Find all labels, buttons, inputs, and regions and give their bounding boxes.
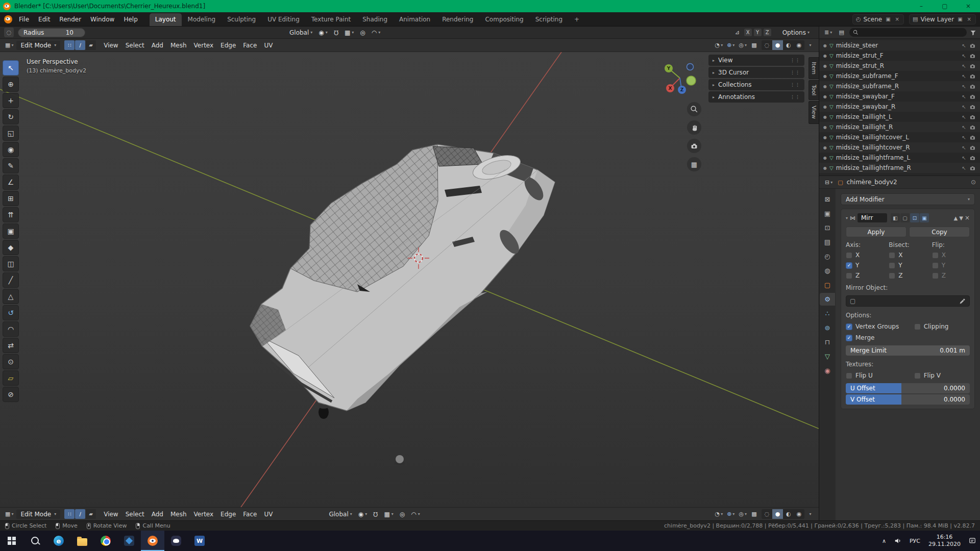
render-visibility-icon[interactable] <box>970 94 976 99</box>
blender-menu-icon[interactable] <box>4 15 12 23</box>
viewport-menu[interactable]: Edge <box>217 40 239 51</box>
outliner-row[interactable]: ● ▽ midsize_swaybar_F ↖ <box>819 91 980 102</box>
properties-editor-icon[interactable]: ⊟▾ <box>823 178 834 187</box>
outliner-editor-icon[interactable]: ≣▾ <box>823 28 834 37</box>
volume-icon[interactable] <box>890 531 905 551</box>
checkbox[interactable] <box>889 272 895 279</box>
tool-button[interactable]: ✎ <box>3 158 19 173</box>
properties-tab[interactable]: ⊡ <box>820 221 835 234</box>
properties-tab[interactable]: ⊚ <box>820 321 835 334</box>
outliner-row[interactable]: ● ▽ midsize_strut_F ↖ <box>819 51 980 61</box>
axis-checkbox-row[interactable]: Y <box>889 262 926 269</box>
maximize-button[interactable]: ▢ <box>933 0 957 12</box>
tool-button[interactable]: ▱ <box>3 370 19 386</box>
select-mode-vertex[interactable]: ∷ <box>64 40 75 50</box>
shading-mode-button[interactable]: ◐ <box>783 509 794 519</box>
radius-field[interactable]: Radius 10 <box>18 28 85 37</box>
properties-tab[interactable]: ▢ <box>820 279 835 291</box>
outliner-row[interactable]: ● ▽ midsize_steer ↖ <box>819 40 980 51</box>
tool-button[interactable]: ∠ <box>3 174 19 190</box>
taskbar-app-button[interactable] <box>164 531 188 551</box>
render-visibility-icon[interactable] <box>970 115 976 119</box>
taskbar-app-button[interactable] <box>47 531 70 551</box>
outliner-row[interactable]: ● ▽ midsize_subframe_F ↖ <box>819 71 980 81</box>
shading-mode-button[interactable]: ◐ <box>783 40 794 50</box>
shading-dropdown[interactable]: ▾ <box>805 509 815 519</box>
workspace-tab[interactable]: Scripting <box>530 13 568 26</box>
checkbox[interactable] <box>914 323 921 330</box>
selectable-toggle-icon[interactable]: ↖ <box>962 145 966 151</box>
axis-checkbox-row[interactable]: Z <box>889 272 926 279</box>
shading-mode-button[interactable]: ● <box>772 509 783 519</box>
tool-button[interactable]: ◠ <box>3 321 19 337</box>
filter-funnel-icon[interactable] <box>970 30 976 36</box>
clipping-checkbox-row[interactable]: Clipping <box>914 323 949 330</box>
shading-mode-button[interactable]: ◉ <box>794 509 804 519</box>
workspace-tab[interactable]: Shading <box>357 13 393 26</box>
outliner-row[interactable]: ● ▽ midsize_strut_R ↖ <box>819 61 980 71</box>
selectable-toggle-icon[interactable]: ↖ <box>962 94 966 99</box>
checkbox[interactable] <box>846 335 852 341</box>
delete-modifier-icon[interactable]: × <box>965 214 970 221</box>
transform-orientation-dropdown[interactable]: Global▾ <box>287 28 314 37</box>
tool-button[interactable]: △ <box>3 289 19 304</box>
eyedropper-icon[interactable] <box>959 298 966 305</box>
proportional-edit-toggle[interactable]: ◎ <box>398 510 407 519</box>
checkbox[interactable] <box>889 252 895 259</box>
camera-view-button[interactable] <box>687 139 701 153</box>
viewport-menu[interactable]: Add <box>148 40 167 51</box>
outliner-row[interactable]: ● ▽ midsize_swaybar_R ↖ <box>819 102 980 112</box>
axis-checkbox-row[interactable]: Y <box>846 262 884 269</box>
object-visibility-dropdown[interactable]: ◔▾ <box>714 40 725 50</box>
modifier-display-toggle[interactable]: ▢ <box>900 213 910 222</box>
proportional-edit-toggle[interactable]: ◎ <box>358 28 367 37</box>
menu-item[interactable]: Edit <box>34 13 55 26</box>
pin-icon[interactable]: ⊙ <box>971 179 976 186</box>
workspace-tab[interactable]: Layout <box>150 13 182 26</box>
outliner-row[interactable]: ● ▽ midsize_subframe_R ↖ <box>819 81 980 91</box>
pivot-point-dropdown[interactable]: ◉▾ <box>356 510 370 519</box>
viewport-menu[interactable]: View <box>100 40 121 51</box>
outliner-row[interactable]: ● ▽ midsize_taillight_L ↖ <box>819 112 980 122</box>
new-scene-icon[interactable]: ▣ <box>885 16 891 22</box>
workspace-tab[interactable]: Texture Paint <box>306 13 356 26</box>
properties-tab[interactable]: ▽ <box>820 350 835 363</box>
selectable-toggle-icon[interactable]: ↖ <box>962 135 966 140</box>
tool-button[interactable]: ◱ <box>3 126 19 141</box>
modifier-name-field[interactable]: Mirr <box>857 213 887 222</box>
transform-orientation-dropdown[interactable]: Global▾ <box>327 510 354 519</box>
workspace-tab[interactable]: Compositing <box>479 13 529 26</box>
selectable-toggle-icon[interactable]: ↖ <box>962 43 966 48</box>
axis-checkbox-row[interactable]: X <box>846 252 884 259</box>
select-mode-edge[interactable]: ∕ <box>75 509 85 519</box>
new-view-layer-icon[interactable]: ▣ <box>957 16 963 22</box>
axis-checkbox-row[interactable]: Z <box>932 272 970 279</box>
remove-view-layer-icon[interactable]: × <box>966 16 972 22</box>
npanel-section[interactable]: ▸ Annotations ⋮⋮ <box>708 91 804 103</box>
render-visibility-icon[interactable] <box>970 166 976 170</box>
outliner-row[interactable]: ● ▽ midsize_taillightcover_L ↖ <box>819 132 980 142</box>
editor-type-icon[interactable]: ▦▾ <box>4 40 15 50</box>
selectable-toggle-icon[interactable]: ↖ <box>962 165 966 171</box>
taskbar-app-button[interactable] <box>0 531 23 551</box>
select-mode-face[interactable]: ▰ <box>86 40 96 50</box>
add-modifier-dropdown[interactable]: Add Modifier▾ <box>841 193 975 205</box>
checkbox[interactable] <box>914 372 921 379</box>
view-layer-selector[interactable]: ▤ View Layer ▣ × <box>909 14 976 24</box>
checkbox[interactable] <box>846 323 852 330</box>
checkbox[interactable] <box>846 262 852 269</box>
select-mode-face[interactable]: ▰ <box>86 509 96 519</box>
properties-tab[interactable]: ◉ <box>820 364 835 377</box>
move-down-icon[interactable]: ▼ <box>959 215 963 221</box>
taskbar-app-button[interactable] <box>141 531 164 551</box>
menu-item[interactable]: File <box>14 13 34 26</box>
viewport-menu[interactable]: UV <box>260 40 276 51</box>
selectable-toggle-icon[interactable]: ↖ <box>962 53 966 59</box>
viewport-menu[interactable]: Select <box>122 509 148 519</box>
properties-tab[interactable]: ∴ <box>820 307 835 320</box>
selectable-toggle-icon[interactable]: ↖ <box>962 63 966 69</box>
shading-dropdown[interactable]: ▾ <box>805 40 815 50</box>
checkbox[interactable] <box>846 252 852 259</box>
menu-item[interactable]: Window <box>86 13 119 26</box>
properties-tab[interactable]: ⚙ <box>820 293 835 306</box>
